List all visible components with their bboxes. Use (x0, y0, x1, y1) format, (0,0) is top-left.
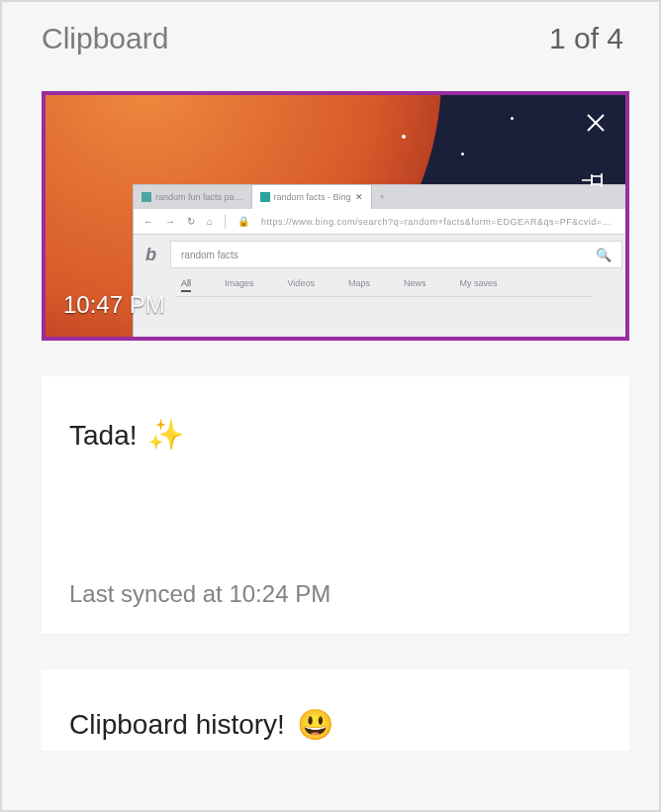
panel-title: Clipboard (42, 22, 168, 55)
clipboard-item-image[interactable]: random fun facts pa… random facts - Bing… (42, 91, 629, 341)
browser-window-thumbnail: random fun facts pa… random facts - Bing… (133, 184, 629, 341)
clipboard-item-text[interactable]: Clipboard history! 😃 (42, 669, 629, 751)
clip-text: Clipboard history! (69, 709, 285, 741)
smiley-icon: 😃 (297, 710, 333, 740)
panel-header: Clipboard 1 of 4 (2, 2, 659, 63)
clipboard-items-list[interactable]: random fun facts pa… random facts - Bing… (2, 63, 659, 810)
svg-rect-4 (592, 176, 602, 184)
clip-text: Tada! (69, 420, 138, 452)
close-icon[interactable] (584, 111, 608, 135)
clipboard-item-text[interactable]: Tada! ✨ Last synced at 10:24 PM (42, 376, 629, 634)
sync-status: Last synced at 10:24 PM (69, 580, 602, 608)
clip-timestamp: 10:47 PM (63, 291, 165, 319)
clipboard-panel: Clipboard 1 of 4 random fun facts pa… ra… (0, 0, 661, 812)
pin-icon[interactable] (580, 170, 610, 190)
sparkles-icon: ✨ (147, 420, 184, 450)
item-counter: 1 of 4 (549, 22, 623, 55)
